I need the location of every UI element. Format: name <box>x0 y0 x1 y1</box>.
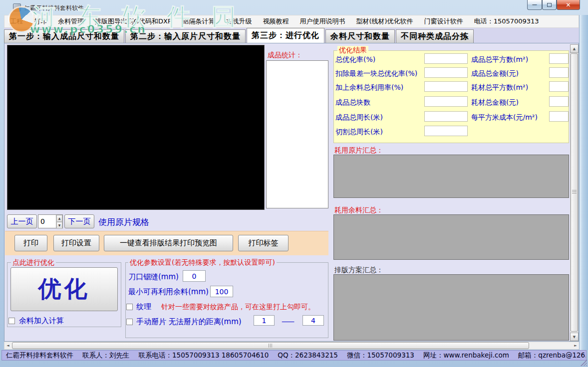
result-input-right-1[interactable] <box>549 67 569 78</box>
result-input-right-4[interactable] <box>549 111 569 122</box>
result-label-right-0: 成品总平方数(m²) <box>471 55 528 64</box>
menu-item-5[interactable]: 在线升级 <box>220 17 257 26</box>
status-segment-1: 联系人：刘先生 <box>82 351 130 360</box>
menu-item-9[interactable]: 门窗设计软件 <box>419 17 469 26</box>
status-segment-0: 仁霸开料排料套料软件 <box>6 351 73 360</box>
menu-item-2[interactable]: 余料管理 <box>52 17 89 26</box>
result-input-left-0[interactable] <box>424 53 468 64</box>
optimize-button[interactable]: 优化 <box>10 267 118 311</box>
status-segment-3: QQ：2623843215 <box>278 351 338 360</box>
menu-item-7[interactable]: 用户使用说明书 <box>294 17 350 26</box>
app-window: { "window": { "title": "仁霸开料排料套料软件", "co… <box>0 0 588 367</box>
menu-item-4[interactable]: 铝隔条计算 <box>177 17 220 26</box>
kerf-label: 刀口锯缝(mm) <box>128 272 179 282</box>
menu-item-0[interactable]: 工程 <box>4 17 28 26</box>
result-label-left-2: 加上余料总利用率(%) <box>335 83 403 92</box>
stepper-down-icon[interactable]: ▼ <box>56 222 62 229</box>
result-label-left-0: 总优化率(%) <box>335 55 375 64</box>
remnant-usage-summary-label: 耗用余料汇总： <box>334 206 383 215</box>
maximize-button[interactable] <box>542 0 557 10</box>
include-remnant-label: 余料加入计算 <box>19 316 64 326</box>
product-stats-label: 成品统计： <box>268 51 302 60</box>
stepper-arrows: ▲ ▼ <box>56 215 62 228</box>
scroll-up-icon[interactable]: ▲ <box>570 44 579 53</box>
result-label-left-1: 扣除最差一块总优化率(%) <box>335 69 417 78</box>
manual-break-label: 手动掰片 无法掰片的距离(mm) <box>136 317 242 327</box>
tab-4[interactable]: 不同种类成品分拣 <box>396 29 474 43</box>
result-input-right-0[interactable] <box>549 53 569 64</box>
result-label-right-2: 耗材总平方数(m²) <box>471 83 528 92</box>
hscrollbar-grip-icon <box>269 344 273 348</box>
page-number-input[interactable] <box>38 215 56 228</box>
print-label-button[interactable]: 打印标签 <box>238 235 289 251</box>
print-button[interactable]: 打印 <box>14 235 47 251</box>
page-number-stepper[interactable]: ▲ ▼ <box>38 214 63 228</box>
minimize-button[interactable]: — <box>527 0 542 10</box>
grain-checkbox[interactable] <box>126 304 133 310</box>
prev-page-button[interactable]: 上一页 <box>7 214 37 228</box>
scroll-right-icon[interactable]: ► <box>572 342 579 349</box>
scrollbar-grip-icon <box>572 190 577 194</box>
layout-plan-summary-box[interactable] <box>333 274 569 341</box>
include-remnant-checkbox[interactable] <box>8 318 15 324</box>
tab-3[interactable]: 余料尺寸和数量 <box>325 29 395 43</box>
next-page-button[interactable]: 下一页 <box>64 214 94 228</box>
window-right-frame <box>579 15 588 350</box>
result-label-left-5: 切割总周长(米) <box>335 128 383 137</box>
menu-item-3[interactable]: 排版图导出到G代码和DXF <box>89 17 177 26</box>
scroll-left-icon[interactable]: ◄ <box>4 342 11 349</box>
manual-break-to-input[interactable] <box>302 315 324 326</box>
sheet-usage-summary-label: 耗用原片汇总： <box>334 146 383 155</box>
app-icon <box>13 3 21 11</box>
result-input-left-4[interactable] <box>424 111 468 122</box>
manual-break-from-input[interactable] <box>254 315 275 326</box>
optimize-group-title: 点此进行优化 <box>11 258 56 267</box>
use-original-sheet-label: 使用原片规格 <box>98 216 149 228</box>
sheet-usage-summary-box[interactable] <box>333 155 569 198</box>
status-segment-5: 网址：www.renbakeji.com <box>423 351 509 360</box>
menu-item-8[interactable]: 型材(线材)优化软件 <box>350 17 418 26</box>
menu-phone-label: 电话：15057009313 <box>469 17 545 26</box>
results-group-title: 优化结果 <box>337 46 368 55</box>
product-stats-listbox[interactable] <box>266 60 328 208</box>
result-label-left-3: 成品总块数 <box>335 98 370 107</box>
tab-2[interactable]: 第三步：进行优化 <box>247 28 324 43</box>
layout-plan-summary-label: 排版方案汇总： <box>334 266 383 275</box>
tab-0[interactable]: 第一步：输入成品尺寸和数量 <box>4 29 124 43</box>
min-remnant-input[interactable] <box>210 286 233 297</box>
print-preview-button[interactable]: 一键查看排版结果打印预览图 <box>104 235 233 251</box>
result-input-right-2[interactable] <box>549 81 569 92</box>
tab-1[interactable]: 第二步：输入原片尺寸和数量 <box>125 29 246 43</box>
menu-item-6[interactable]: 视频教程 <box>257 17 294 26</box>
min-remnant-label: 最小可再利用余料(mm) <box>128 287 209 297</box>
result-input-left-2[interactable] <box>424 81 468 92</box>
window-controls: — ✕ <box>527 0 580 10</box>
result-label-right-4: 每平方米成本(元/m²) <box>471 113 538 122</box>
close-button[interactable]: ✕ <box>557 0 580 10</box>
result-input-left-5[interactable] <box>424 126 468 136</box>
status-segment-2: 联系电话：15057009313 18605704610 <box>139 351 269 360</box>
params-group-title: 优化参数设置(若无特殊要求，按默认设置即可) <box>128 258 277 267</box>
menu-item-1[interactable]: 打印 <box>28 17 52 26</box>
manual-break-checkbox[interactable] <box>126 319 133 325</box>
layout-preview-canvas[interactable] <box>7 45 265 210</box>
tab-bar: 第一步：输入成品尺寸和数量第二步：输入原片尺寸和数量第三步：进行优化余料尺寸和数… <box>4 28 579 43</box>
result-label-right-1: 成品总金额(元) <box>471 69 519 78</box>
kerf-input[interactable] <box>183 270 206 282</box>
menu-bar: 工程打印余料管理排版图导出到G代码和DXF铝隔条计算在线升级视频教程用户使用说明… <box>4 15 579 28</box>
result-label-right-3: 耗材总金额(元) <box>471 98 519 107</box>
stepper-up-icon[interactable]: ▲ <box>56 215 62 222</box>
maximize-icon <box>547 3 552 7</box>
result-input-left-3[interactable] <box>424 96 468 107</box>
status-segment-6: 邮箱：qzrenba@126.com <box>518 351 587 360</box>
result-input-left-1[interactable] <box>424 67 468 78</box>
resize-grip[interactable] <box>581 360 587 366</box>
scroll-down-icon[interactable]: ▼ <box>570 333 579 341</box>
result-label-left-4: 成品总周长(米) <box>335 113 383 122</box>
grain-hint-text: 针对一些需要对纹路产品，可在这里打上勾即可。 <box>161 303 315 312</box>
remnant-usage-summary-box[interactable] <box>333 214 569 260</box>
result-input-right-3[interactable] <box>549 96 569 107</box>
status-segment-4: 微信：15057009313 <box>347 351 414 360</box>
status-bar: 仁霸开料排料套料软件联系人：刘先生联系电话：15057009313 186057… <box>1 350 587 361</box>
print-settings-button[interactable]: 打印设置 <box>53 235 99 251</box>
